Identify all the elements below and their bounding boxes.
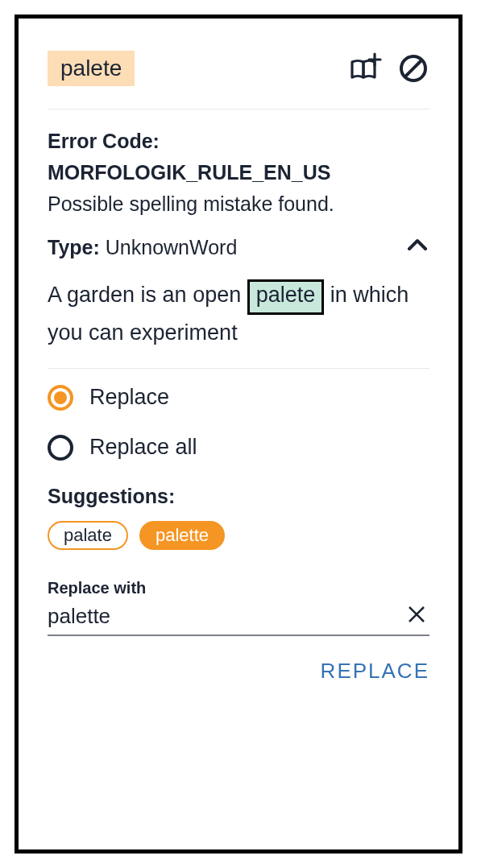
cancel-icon — [397, 52, 429, 85]
book-plus-icon — [347, 51, 383, 86]
type-label-group: Type: UnknownWord — [48, 236, 237, 259]
radio-dot — [54, 391, 67, 404]
replace-mode-group: Replace Replace all — [48, 385, 429, 461]
replace-option[interactable]: Replace — [48, 385, 429, 411]
type-row: Type: UnknownWord — [48, 234, 429, 261]
replace-with-input[interactable] — [48, 604, 404, 629]
context-before: A garden is an open — [48, 283, 247, 307]
radio-selected-icon — [48, 385, 73, 411]
replace-option-label: Replace — [89, 385, 169, 410]
chevron-up-icon — [405, 234, 429, 258]
error-code-value: MORFOLOGIK_RULE_EN_US — [48, 157, 429, 188]
suggestion-chips: palate palette — [48, 521, 429, 550]
type-label: Type: — [48, 236, 100, 258]
replace-with-label: Replace with — [48, 579, 429, 597]
divider — [48, 368, 429, 369]
svg-line-3 — [404, 60, 422, 77]
misspelled-word-chip: palete — [48, 51, 135, 86]
header-row: palete — [48, 51, 429, 86]
header-icons — [347, 51, 429, 86]
close-icon — [407, 605, 426, 624]
collapse-button[interactable] — [405, 234, 429, 261]
replace-button[interactable]: REPLACE — [321, 659, 429, 684]
type-value: UnknownWord — [106, 236, 238, 258]
error-section: Error Code: MORFOLOGIK_RULE_EN_US Possib… — [48, 126, 429, 219]
action-row: REPLACE — [48, 659, 429, 684]
context-highlight: palete — [247, 279, 325, 315]
replace-all-option-label: Replace all — [89, 435, 197, 460]
suggestion-chip-palate[interactable]: palate — [48, 521, 128, 550]
radio-unselected-icon — [48, 435, 73, 461]
replace-input-row — [48, 604, 429, 636]
ignore-button[interactable] — [397, 52, 429, 85]
error-code-label: Error Code: — [48, 130, 160, 152]
divider — [48, 109, 429, 110]
context-sentence: A garden is an open palete in which you … — [48, 277, 429, 352]
replace-all-option[interactable]: Replace all — [48, 435, 429, 461]
suggestions-label: Suggestions: — [48, 485, 429, 508]
suggestion-chip-palette[interactable]: palette — [139, 521, 225, 550]
clear-input-button[interactable] — [404, 604, 429, 630]
error-description: Possible spelling mistake found. — [48, 188, 429, 220]
spellcheck-panel: palete — [15, 14, 462, 854]
add-to-dictionary-button[interactable] — [347, 51, 383, 86]
